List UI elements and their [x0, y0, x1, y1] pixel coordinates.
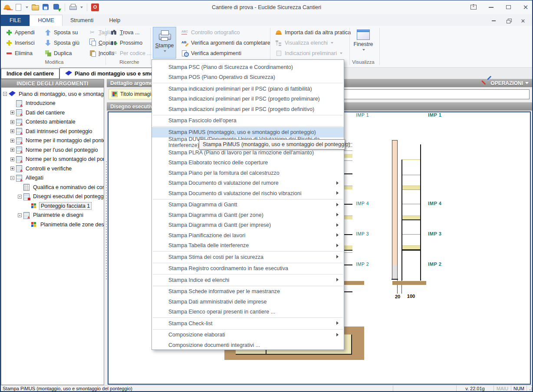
tree-expander[interactable]: +: [10, 167, 14, 170]
menu-item[interactable]: Stampa Diagramma di Gantt (per zone): [152, 210, 344, 220]
tree-expander[interactable]: +: [10, 157, 14, 161]
minimize-button[interactable]: [487, 4, 495, 11]
ribbon-button[interactable]: Sposta su: [43, 28, 81, 37]
ribbon-button[interactable]: Appendi: [3, 28, 36, 37]
tree-item-icon: [9, 91, 16, 97]
mdi-close-button[interactable]: ✕: [519, 17, 527, 24]
save-as-icon[interactable]: [53, 3, 61, 11]
menu-item[interactable]: Stampa Pianificazione dei lavori: [152, 230, 344, 241]
tree-item[interactable]: Ponteggio facciata 1: [1, 201, 104, 211]
menu-item-label: Stampa Pianificazione dei lavori: [168, 232, 245, 238]
ribbon-button[interactable]: Per codice ...: [109, 49, 153, 58]
close-button[interactable]: ✕: [522, 4, 530, 11]
ribbon-button[interactable]: Inserisci: [3, 39, 36, 47]
new-document-caret-icon[interactable]: [26, 7, 28, 8]
tree-item[interactable]: - Piano di montaggio, uso e smontaggio d…: [1, 89, 104, 99]
new-document-icon[interactable]: [14, 3, 22, 11]
tree-item[interactable]: - Disegni esecutivi del ponteggio: [1, 192, 104, 202]
tree-item[interactable]: + Contesto ambientale: [1, 118, 104, 127]
tree-item-label: Allegati: [24, 174, 45, 181]
menu-item[interactable]: Stampa Elenco operai presenti in cantier…: [152, 307, 344, 317]
menu-item[interactable]: Stampa PSC (Piano di Sicurezza e Coordin…: [152, 62, 344, 72]
menu-item[interactable]: Stampa indicazioni preliminari per il PS…: [152, 84, 344, 94]
tree-item[interactable]: Introduzione: [1, 99, 104, 108]
tree-item[interactable]: + Dati intrinseci del ponteggio: [1, 127, 104, 136]
tree-expander[interactable]: +: [10, 111, 14, 114]
menu-item[interactable]: Stampa Dati amministrativi delle imprese: [152, 297, 344, 307]
stampe-button[interactable]: Stampe: [153, 27, 176, 59]
menu-item[interactable]: Stampa indicazioni preliminari per il PS…: [152, 94, 344, 105]
tree-item[interactable]: - Planimetrie e disegni: [1, 211, 104, 220]
tree-expander[interactable]: +: [10, 129, 14, 133]
maximize-button[interactable]: [504, 4, 512, 11]
tab-home[interactable]: HOME: [30, 15, 63, 26]
tree-expander[interactable]: +: [10, 120, 14, 124]
menu-item[interactable]: Stampa POS (Piano Operativo di Sicurezza…: [152, 72, 344, 83]
tree-item[interactable]: Qualifica e nominativo dei compon: [1, 183, 104, 192]
tab-file[interactable]: FILE: [1, 15, 30, 26]
tab-strumenti[interactable]: Strumenti: [63, 15, 102, 26]
open-folder-icon[interactable]: [31, 3, 39, 11]
ribbon-button[interactable]: Duplica: [43, 49, 81, 58]
ribbon-button[interactable]: Sposta giù: [43, 39, 81, 47]
tree-item[interactable]: + Norme per l'uso del ponteggio: [1, 145, 104, 155]
tree-expander[interactable]: -: [18, 213, 22, 217]
menu-item[interactable]: Stampa indicazioni preliminari per il PS…: [152, 104, 344, 114]
tree-item[interactable]: - Allegati: [1, 173, 104, 183]
print-caret-icon[interactable]: [80, 7, 83, 8]
tree-expander[interactable]: +: [10, 148, 14, 152]
menu-item[interactable]: Stampa Piano per la fornitura del calces…: [152, 168, 344, 178]
tree-expander[interactable]: -: [18, 195, 22, 199]
print-icon[interactable]: [69, 3, 77, 11]
ribbon-button[interactable]: Verifica adempimenti: [180, 49, 272, 58]
menu-item[interactable]: Stampa Tabella delle interferenze: [152, 241, 344, 251]
collapse-ribbon-button[interactable]: [470, 4, 477, 11]
menu-item[interactable]: Stampa Documento di valutazione del rumo…: [152, 178, 344, 189]
tree-item[interactable]: + Dati del cantiere: [1, 108, 104, 118]
tree-item[interactable]: Planimetria delle zone destinate: [1, 220, 104, 229]
tree-item[interactable]: + Norme per lo smontaggio del ponteggi: [1, 155, 104, 164]
menu-item[interactable]: Stampa Diagramma di Gantt: [152, 200, 344, 210]
tree-item-label: Ponteggio facciata 1: [39, 202, 92, 210]
window-border: [0, 0, 1, 392]
ribbon-button[interactable]: Prossimo: [109, 39, 153, 47]
menu-item[interactable]: Composizione documenti integrativi ...: [152, 340, 344, 350]
save-icon[interactable]: [42, 3, 50, 11]
tree-item[interactable]: + Norme per il montaggio del ponteggio: [1, 136, 104, 146]
menu-item[interactable]: Composizione elaborati: [152, 330, 344, 340]
menu-item[interactable]: Stampa Fascicolo dell'opera: [152, 116, 344, 126]
ribbon-button-icon: [89, 39, 96, 46]
menu-separator: [153, 263, 343, 263]
ribbon-button[interactable]: Trova ...: [109, 28, 153, 37]
exit-icon[interactable]: [91, 3, 99, 11]
menu-item[interactable]: Stampa Stima dei costi per la sicurezza: [152, 252, 344, 262]
menu-item[interactable]: Stampa Registro coordinamento in fase es…: [152, 264, 344, 274]
tree-expander[interactable]: -: [10, 176, 14, 180]
tree-item-label: Dati del cantiere: [24, 109, 66, 116]
ribbon-button[interactable]: Importa dati da altra pratica: [273, 28, 352, 37]
mdi-restore-button[interactable]: [504, 17, 512, 24]
menu-item[interactable]: Stampa Schede informative per le maestra…: [152, 287, 344, 297]
ribbon-button[interactable]: Indicazioni preliminari: [273, 49, 352, 58]
menu-item[interactable]: Stampa Documento di valutazione del risc…: [152, 188, 344, 199]
menu-item[interactable]: Stampa PiMUS (montaggio, uso e smontaggi…: [152, 127, 344, 137]
ribbon-button-label: Per codice ...: [120, 50, 151, 56]
tab-help[interactable]: Help: [101, 15, 128, 26]
tree-item-icon: [16, 119, 23, 125]
mdi-minimize-button[interactable]: [490, 17, 497, 24]
menu-item[interactable]: Stampa Check-list: [152, 318, 344, 329]
menu-item[interactable]: Stampa Indice ed elenchi: [152, 275, 344, 285]
tree-expander[interactable]: +: [10, 139, 14, 143]
ribbon-button[interactable]: Visualizza elenchi: [273, 39, 352, 47]
finestre-button[interactable]: Finestre: [352, 27, 375, 59]
tree-expander[interactable]: -: [3, 92, 7, 96]
tab-indice-del-cantiere[interactable]: Indice del cantiere: [1, 69, 59, 79]
ribbon-button[interactable]: Elimina: [3, 49, 36, 58]
operazioni-button[interactable]: OPERAZIONI: [482, 80, 529, 86]
ribbon-button[interactable]: Verifica argomenti da completare: [180, 39, 272, 47]
ribbon-button[interactable]: Controllo ortografico: [180, 28, 272, 37]
menu-item[interactable]: Stampa Elaborato tecnico delle coperture: [152, 158, 344, 168]
tree-item[interactable]: + Controlli e verifiche: [1, 164, 104, 173]
menu-item[interactable]: Stampa Diagramma di Gantt (per imprese): [152, 220, 344, 231]
ribbon-button-icon: [44, 50, 52, 57]
